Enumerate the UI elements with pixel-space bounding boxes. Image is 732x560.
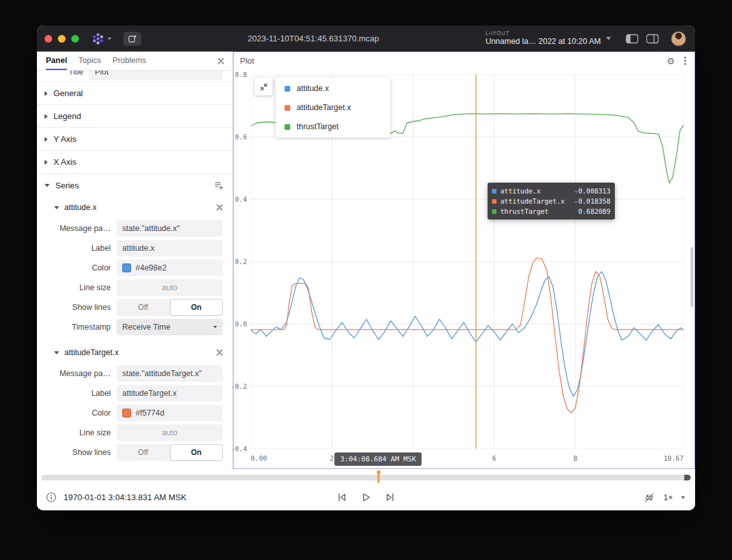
tab-topics[interactable]: Topics: [78, 52, 101, 70]
x-tick-label: 2: [330, 454, 334, 462]
line-size-input[interactable]: auto: [116, 279, 223, 296]
layout-menu-button[interactable]: LAYOUT Unnamed la… 2022 at 10:20 AM: [486, 31, 611, 46]
chevron-right-icon: [45, 160, 48, 165]
play-button[interactable]: [361, 492, 372, 503]
x-tick-label: 6: [492, 454, 496, 462]
minimize-window-button[interactable]: [58, 35, 66, 43]
show-lines-on-option[interactable]: On: [170, 299, 223, 316]
time-hover-tooltip: 3:04:08.684 AM MSK: [334, 452, 421, 466]
window-title: 2023-11-10T04:51:45.631370.mcap: [147, 34, 480, 43]
left-sidebar-icon: [626, 34, 638, 44]
series-header-attitude-x[interactable]: attitude.x: [37, 197, 232, 218]
close-window-button[interactable]: [45, 35, 52, 43]
section-legend[interactable]: Legend: [37, 105, 232, 128]
loop-off-button[interactable]: [644, 492, 655, 503]
legend-overlay: attitude.x attitudeTarget.x thrustTarget: [255, 78, 390, 137]
section-x-axis[interactable]: X Axis: [37, 151, 232, 174]
settings-scroll-area[interactable]: Title Plot General Legend Y Axis: [37, 71, 232, 469]
series-color-swatch: [285, 105, 290, 111]
chevron-right-icon: [45, 137, 48, 142]
color-swatch[interactable]: [122, 263, 131, 272]
series-label-input[interactable]: attitude.x: [116, 240, 223, 256]
playback-speed[interactable]: 1×: [663, 493, 673, 502]
message-path-input[interactable]: state."attitudeTarget.x": [116, 365, 223, 382]
color-input[interactable]: #4e98e2: [116, 260, 223, 276]
playback-bar: 1970-01-01 3:04:13.831 AM MSK: [37, 469, 695, 510]
timeline-scrubber[interactable]: [41, 475, 691, 480]
layout-menu-chevron-icon: [606, 37, 611, 40]
toggle-left-sidebar-button[interactable]: [626, 34, 638, 44]
plot-panel-header[interactable]: Plot ⚙: [234, 52, 694, 69]
color-row: Color #4e98e2: [37, 258, 232, 277]
timestamp-select[interactable]: Receive Time: [116, 319, 223, 335]
close-icon: [216, 349, 223, 356]
tab-problems[interactable]: Problems: [113, 52, 146, 70]
speed-menu-chevron-icon[interactable]: [681, 496, 685, 499]
color-swatch[interactable]: [122, 409, 131, 417]
add-series-icon: [214, 181, 223, 190]
user-avatar[interactable]: [671, 31, 686, 46]
delete-series-button[interactable]: [216, 349, 223, 356]
show-lines-off-option[interactable]: Off: [116, 444, 170, 461]
legend-item[interactable]: attitudeTarget.x: [276, 98, 390, 117]
playhead-marker[interactable]: [377, 472, 379, 483]
close-sidebar-button[interactable]: [217, 57, 225, 65]
y-tick-label: -0.4: [231, 445, 247, 452]
chart-region: 0.80.60.40.20.0-0.2-0.4 0.00246810.67: [234, 69, 694, 468]
playback-info-icon[interactable]: [46, 492, 57, 503]
show-lines-off-option[interactable]: Off: [116, 299, 170, 316]
x-axis: 0.00246810.67: [251, 454, 684, 463]
add-series-button[interactable]: [214, 181, 223, 190]
message-path-row: Message pa… state."attitudeTarget.x": [37, 363, 232, 383]
add-panel-button[interactable]: [123, 32, 141, 46]
color-input[interactable]: #f5774d: [116, 405, 223, 421]
section-y-axis[interactable]: Y Axis: [37, 128, 232, 151]
label-row: Label attitudeTarget.x: [37, 383, 232, 403]
toggle-right-sidebar-button[interactable]: [646, 34, 659, 44]
scrollbar-thumb[interactable]: [691, 247, 693, 307]
timestamp-row: Timestamp Receive Time: [37, 317, 232, 337]
seek-forward-button[interactable]: [385, 492, 396, 503]
line-size-input[interactable]: auto: [116, 424, 223, 441]
chevron-down-icon: [54, 206, 59, 209]
app-menu-chevron-icon: [108, 38, 111, 40]
zoom-window-button[interactable]: [71, 35, 79, 43]
x-tick-label: 0.00: [251, 454, 267, 462]
message-path-input[interactable]: state."attitude.x": [116, 220, 223, 237]
tooltip-row: attitudeTarget.x -0.018358: [492, 196, 610, 206]
x-tick-label: 10.67: [663, 454, 684, 462]
legend-item[interactable]: thrustTarget: [276, 117, 390, 136]
message-path-row: Message pa… state."attitude.x": [37, 218, 232, 238]
panel-settings-gear-icon[interactable]: ⚙: [666, 57, 675, 66]
chevron-down-icon: [54, 351, 59, 354]
timeline-end-segment: [684, 475, 691, 480]
panel-title-input[interactable]: Plot: [89, 71, 223, 80]
field-label: Title: [37, 71, 89, 76]
legend-item[interactable]: attitude.x: [276, 79, 390, 98]
seek-backward-button[interactable]: [337, 492, 348, 503]
section-series[interactable]: Series: [37, 174, 232, 197]
foxglove-logo-icon: [91, 32, 105, 46]
sidebar-tabbar: Panel Topics Problems: [37, 52, 232, 71]
series-label-input[interactable]: attitudeTarget.x: [116, 385, 223, 402]
delete-series-button[interactable]: [216, 204, 223, 211]
tooltip-row: attitude.x -0.008313: [492, 186, 610, 196]
show-lines-on-option[interactable]: On: [170, 444, 223, 461]
panel-settings-sidebar: Panel Topics Problems Title Plot General: [37, 52, 233, 469]
show-lines-row: Show lines Off On: [37, 442, 232, 462]
titlebar: 2023-11-10T04:51:45.631370.mcap LAYOUT U…: [37, 25, 695, 52]
y-tick-label: 0.0: [235, 320, 247, 328]
chevron-down-icon: [45, 184, 50, 187]
close-icon: [216, 204, 223, 211]
series-color-swatch: [492, 209, 496, 214]
tab-panel[interactable]: Panel: [46, 52, 67, 70]
panel-menu-kebab-icon[interactable]: [684, 60, 686, 62]
series-header-attitude-target-x[interactable]: attitudeTarget.x: [37, 342, 232, 363]
y-tick-label: 0.8: [235, 71, 247, 78]
legend-collapse-button[interactable]: [255, 78, 272, 95]
y-tick-label: 0.2: [235, 258, 247, 265]
section-general[interactable]: General: [37, 82, 232, 105]
layout-name: Unnamed la… 2022 at 10:20 AM: [486, 37, 601, 46]
app-menu-button[interactable]: [91, 32, 111, 46]
playback-controls: 1970-01-01 3:04:13.831 AM MSK: [37, 484, 695, 510]
